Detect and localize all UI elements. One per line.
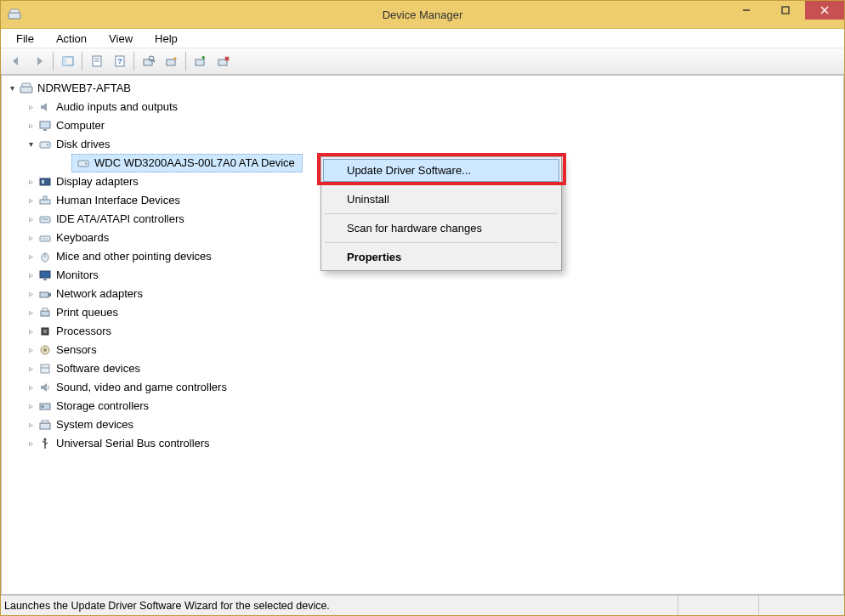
tree-node-label: Software devices bbox=[56, 359, 140, 378]
collapse-arrow-icon[interactable] bbox=[26, 303, 36, 322]
window-title: Device Manager bbox=[1, 8, 844, 21]
svg-rect-1 bbox=[10, 9, 19, 13]
expand-arrow-icon[interactable] bbox=[26, 135, 36, 154]
help-button[interactable]: ? bbox=[109, 51, 130, 72]
minimize-button[interactable] bbox=[727, 1, 766, 20]
disk-drive-icon bbox=[37, 137, 53, 152]
tree-disk-child-selected[interactable]: WDC WD3200AAJS-00L7A0 ATA Device bbox=[71, 154, 303, 172]
tree-node-label: Sound, video and game controllers bbox=[56, 378, 227, 397]
svg-point-48 bbox=[43, 348, 47, 352]
ctx-properties[interactable]: Properties bbox=[323, 246, 559, 268]
tree-print-queues[interactable]: Print queues bbox=[3, 303, 842, 322]
statusbar-text: Launches the Update Driver Software Wiza… bbox=[4, 600, 678, 612]
svg-text:?: ? bbox=[117, 57, 122, 65]
sensor-icon bbox=[37, 342, 53, 358]
speaker-icon bbox=[37, 99, 53, 115]
expand-arrow-icon[interactable] bbox=[7, 79, 17, 98]
ctx-separator bbox=[325, 184, 558, 185]
tree-node-label: IDE ATA/ATAPI controllers bbox=[56, 210, 184, 229]
back-button[interactable] bbox=[5, 51, 26, 72]
tree-computer[interactable]: Computer bbox=[3, 116, 842, 135]
ctx-scan-hardware[interactable]: Scan for hardware changes bbox=[323, 217, 559, 240]
collapse-arrow-icon[interactable] bbox=[26, 247, 36, 266]
svg-rect-24 bbox=[43, 129, 47, 131]
svg-rect-23 bbox=[40, 122, 50, 128]
properties-button[interactable] bbox=[86, 51, 107, 72]
menu-help[interactable]: Help bbox=[146, 31, 186, 47]
monitor-icon bbox=[37, 268, 53, 283]
svg-rect-21 bbox=[20, 87, 32, 93]
svg-point-56 bbox=[44, 438, 47, 441]
collapse-arrow-icon[interactable] bbox=[26, 322, 36, 341]
svg-rect-32 bbox=[43, 196, 47, 200]
menu-file[interactable]: File bbox=[8, 31, 43, 47]
toolbar-separator bbox=[185, 52, 186, 71]
svg-rect-44 bbox=[43, 308, 48, 311]
tree-node-label: Processors bbox=[56, 322, 111, 341]
ctx-uninstall[interactable]: Uninstall bbox=[323, 188, 559, 211]
collapse-arrow-icon[interactable] bbox=[26, 415, 36, 434]
collapse-arrow-icon[interactable] bbox=[26, 172, 36, 191]
collapse-arrow-icon[interactable] bbox=[26, 229, 36, 247]
collapse-arrow-icon[interactable] bbox=[26, 341, 36, 359]
svg-rect-53 bbox=[40, 423, 50, 429]
svg-rect-3 bbox=[782, 7, 789, 14]
collapse-arrow-icon[interactable] bbox=[26, 266, 36, 285]
collapse-arrow-icon[interactable] bbox=[26, 98, 36, 116]
tree-processors[interactable]: Processors bbox=[3, 322, 842, 341]
toolbar-separator bbox=[133, 52, 134, 71]
network-adapter-icon bbox=[37, 286, 53, 302]
menu-action[interactable]: Action bbox=[48, 31, 95, 47]
statusbar: Launches the Update Driver Software Wiza… bbox=[1, 595, 844, 615]
ctx-update-driver[interactable]: Update Driver Software... bbox=[323, 159, 559, 182]
collapse-arrow-icon[interactable] bbox=[26, 397, 36, 415]
tree-sound-video[interactable]: Sound, video and game controllers bbox=[3, 378, 842, 397]
tree-audio[interactable]: Audio inputs and outputs bbox=[3, 98, 842, 116]
tree-node-label: Keyboards bbox=[56, 229, 109, 247]
tree-software-devices[interactable]: Software devices bbox=[3, 359, 842, 378]
menu-view[interactable]: View bbox=[100, 31, 141, 47]
collapse-arrow-icon[interactable] bbox=[26, 378, 36, 397]
window-controls bbox=[727, 1, 844, 20]
svg-rect-16 bbox=[167, 59, 175, 65]
scan-hardware-button[interactable] bbox=[138, 51, 159, 72]
collapse-arrow-icon[interactable] bbox=[26, 210, 36, 229]
show-hide-console-tree-button[interactable] bbox=[57, 51, 78, 72]
tree-node-label: Disk drives bbox=[56, 135, 111, 154]
svg-point-52 bbox=[42, 405, 44, 408]
tree-disk-drives[interactable]: Disk drives bbox=[3, 135, 842, 154]
collapse-arrow-icon[interactable] bbox=[26, 359, 36, 378]
disk-drive-icon bbox=[76, 155, 91, 171]
svg-rect-46 bbox=[43, 330, 47, 333]
tree-node-label: Storage controllers bbox=[56, 397, 149, 415]
collapse-arrow-icon[interactable] bbox=[26, 285, 36, 303]
collapse-arrow-icon[interactable] bbox=[26, 116, 36, 135]
titlebar: Device Manager bbox=[1, 1, 844, 28]
uninstall-button[interactable] bbox=[213, 51, 234, 72]
show-hidden-button[interactable] bbox=[161, 51, 182, 72]
processor-icon bbox=[37, 324, 53, 339]
svg-rect-31 bbox=[40, 200, 50, 204]
collapse-arrow-icon[interactable] bbox=[26, 191, 36, 210]
forward-button[interactable] bbox=[28, 51, 49, 72]
update-driver-button[interactable] bbox=[190, 51, 211, 72]
svg-rect-43 bbox=[41, 311, 49, 316]
svg-rect-25 bbox=[40, 142, 50, 148]
tree-usb[interactable]: Universal Serial Bus controllers bbox=[3, 434, 842, 453]
display-adapter-icon bbox=[37, 174, 53, 189]
collapse-arrow-icon[interactable] bbox=[26, 434, 36, 453]
tree-storage-controllers[interactable]: Storage controllers bbox=[3, 397, 842, 415]
tree-network-adapters[interactable]: Network adapters bbox=[3, 285, 842, 303]
maximize-button[interactable] bbox=[766, 1, 805, 20]
device-manager-window: Device Manager File Action View Help bbox=[0, 0, 845, 616]
tree-root[interactable]: NDRWEB7-AFTAB bbox=[3, 79, 842, 98]
tree-node-label: Network adapters bbox=[56, 285, 143, 303]
tree-system-devices[interactable]: System devices bbox=[3, 415, 842, 434]
svg-point-26 bbox=[47, 144, 48, 146]
toolbar: ? bbox=[1, 48, 844, 75]
device-tree-panel: NDRWEB7-AFTAB Audio inputs and outputs C… bbox=[1, 75, 844, 595]
ctx-separator bbox=[325, 242, 558, 243]
tree-node-label: Print queues bbox=[56, 303, 118, 322]
close-button[interactable] bbox=[805, 1, 844, 20]
tree-sensors[interactable]: Sensors bbox=[3, 341, 842, 359]
